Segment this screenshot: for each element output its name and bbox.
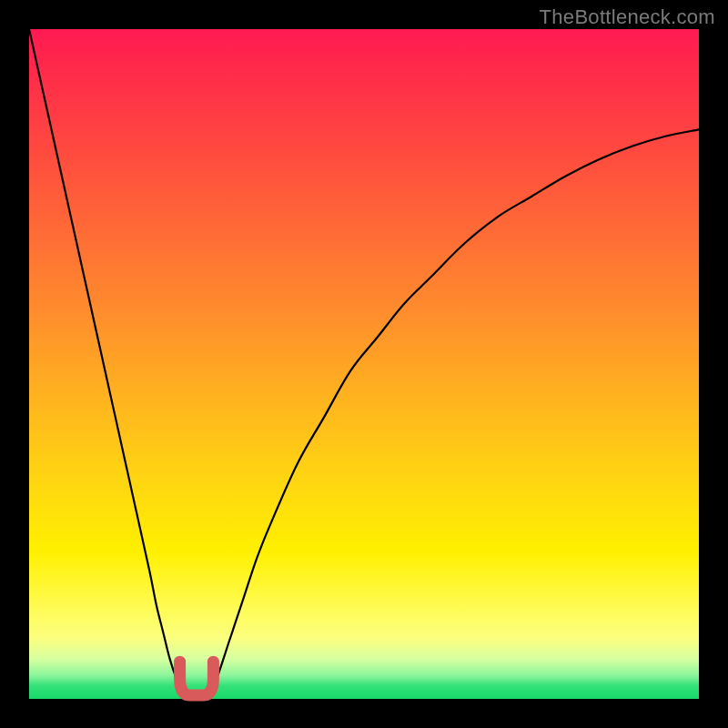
u-marker-path [180, 662, 214, 695]
attribution-text: TheBottleneck.com [540, 5, 715, 29]
chart-frame: TheBottleneck.com [0, 0, 728, 728]
u-marker [180, 662, 214, 695]
curve-lines [29, 29, 699, 693]
series-right-branch [210, 129, 699, 692]
series-left-branch [29, 29, 183, 693]
chart-svg [29, 29, 699, 699]
